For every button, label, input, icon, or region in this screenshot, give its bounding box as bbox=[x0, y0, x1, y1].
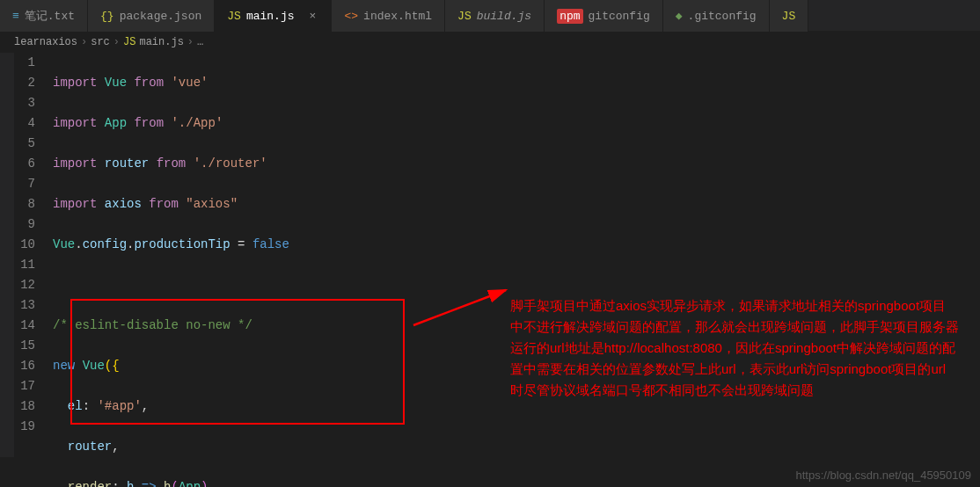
tab-label: gitconfig bbox=[589, 10, 650, 23]
editor-tabs: ≡ 笔记.txt {} package.json JS main.js × <>… bbox=[0, 0, 980, 32]
tab-index-html[interactable]: <> index.html bbox=[332, 0, 445, 32]
tab-overflow[interactable]: JS bbox=[770, 0, 809, 32]
annotation-text: 脚手架项目中通过axios实现异步请求，如果请求地址相关的springboot项… bbox=[510, 295, 959, 401]
tab-label: .gitconfig bbox=[688, 10, 757, 23]
chevron-right-icon: › bbox=[81, 36, 87, 48]
js-file-icon: JS bbox=[782, 10, 796, 23]
text-file-icon: ≡ bbox=[12, 10, 19, 23]
tab-build-js[interactable]: JS build.js bbox=[445, 0, 545, 32]
tab-label: index.html bbox=[363, 10, 432, 23]
html-file-icon: <> bbox=[344, 10, 358, 23]
js-file-icon: JS bbox=[227, 10, 241, 23]
js-file-icon: JS bbox=[457, 10, 472, 23]
git-icon: ◆ bbox=[676, 9, 683, 23]
breadcrumb-more[interactable]: … bbox=[197, 36, 203, 48]
tab-label: main.js bbox=[246, 10, 295, 23]
chevron-right-icon: › bbox=[113, 36, 120, 48]
tab-label: 笔记.txt bbox=[25, 8, 75, 24]
tab-label: package.json bbox=[120, 10, 202, 23]
breadcrumb[interactable]: learnaxios › src › JS main.js › … bbox=[0, 32, 980, 53]
npm-icon: npm bbox=[557, 9, 582, 24]
breadcrumb-item[interactable]: learnaxios bbox=[14, 36, 77, 48]
tab-gitconfig[interactable]: npm gitconfig bbox=[545, 0, 663, 32]
tab-dot-gitconfig[interactable]: ◆ .gitconfig bbox=[663, 0, 770, 32]
tab-notes[interactable]: ≡ 笔记.txt bbox=[0, 0, 88, 32]
tab-label: build.js bbox=[477, 10, 531, 23]
js-file-icon: JS bbox=[123, 36, 135, 48]
line-numbers: 12345678910111213141516171819 bbox=[0, 53, 53, 487]
watermark: https://blog.csdn.net/qq_45950109 bbox=[796, 469, 972, 482]
tab-package-json[interactable]: {} package.json bbox=[88, 0, 215, 32]
tab-main-js[interactable]: JS main.js × bbox=[215, 0, 332, 32]
json-file-icon: {} bbox=[100, 10, 114, 23]
close-icon[interactable]: × bbox=[306, 10, 318, 23]
breadcrumb-item[interactable]: main.js bbox=[139, 36, 183, 48]
breadcrumb-item[interactable]: src bbox=[91, 36, 110, 48]
code-content[interactable]: import Vue from 'vue' import App from '.… bbox=[53, 53, 320, 487]
chevron-right-icon: › bbox=[187, 36, 194, 48]
code-editor[interactable]: 12345678910111213141516171819 import Vue… bbox=[0, 53, 980, 487]
